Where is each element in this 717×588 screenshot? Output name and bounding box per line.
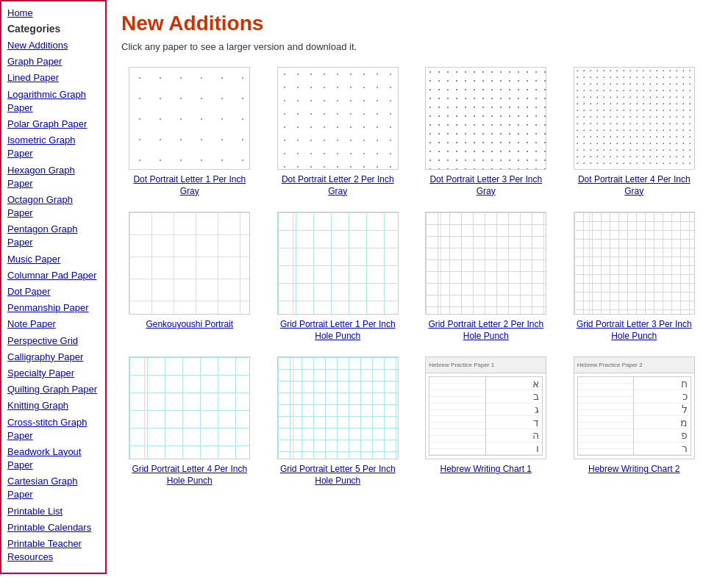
- sidebar-nav: New AdditionsGraph PaperLined PaperLogar…: [7, 39, 99, 564]
- paper-item-grid-1-per-inch-hole-punch: Grid Portrait Letter 1 Per Inch Hole Pun…: [270, 212, 407, 342]
- paper-item-grid-3-per-inch-hole-punch: Grid Portrait Letter 3 Per Inch Hole Pun…: [566, 212, 703, 342]
- paper-label-dot-1-per-inch-gray[interactable]: Dot Portrait Letter 1 Per Inch Gray: [129, 174, 250, 197]
- paper-item-genkouyoushi-portrait: Genkouyoushi Portrait: [121, 212, 258, 342]
- paper-label-grid-3-per-inch-hole-punch[interactable]: Grid Portrait Letter 3 Per Inch Hole Pun…: [574, 319, 695, 342]
- sidebar: Home Categories New AdditionsGraph Paper…: [0, 0, 107, 574]
- sidebar-item-polar-graph-paper[interactable]: Polar Graph Paper: [7, 118, 99, 131]
- sidebar-item-hexagon-graph-paper[interactable]: Hexagon Graph Paper: [7, 164, 99, 190]
- paper-thumbnail-grid-3-per-inch-hole-punch[interactable]: [574, 212, 695, 315]
- sidebar-item-cross-stitch-graph-paper[interactable]: Cross-stitch Graph Paper: [7, 416, 99, 442]
- paper-item-dot-4-per-inch-gray: Dot Portrait Letter 4 Per Inch Gray: [566, 67, 703, 197]
- sidebar-item-music-paper[interactable]: Music Paper: [7, 253, 99, 266]
- paper-label-grid-5-per-inch-hole-punch[interactable]: Grid Portrait Letter 5 Per Inch Hole Pun…: [277, 464, 399, 487]
- sidebar-item-pentagon-graph-paper[interactable]: Pentagon Graph Paper: [7, 223, 99, 249]
- paper-item-hebrew-writing-chart-1: Hebrew Practice Paper 1אבגדהוHebrew Writ…: [418, 356, 554, 487]
- paper-thumbnail-dot-3-per-inch-gray[interactable]: [425, 67, 546, 170]
- paper-label-grid-4-per-inch-hole-punch[interactable]: Grid Portrait Letter 4 Per Inch Hole Pun…: [129, 464, 250, 487]
- paper-thumbnail-dot-2-per-inch-gray[interactable]: [277, 67, 399, 170]
- sidebar-item-quilting-graph-paper[interactable]: Quilting Graph Paper: [7, 383, 99, 396]
- sidebar-item-lined-paper[interactable]: Lined Paper: [7, 71, 99, 85]
- sidebar-item-printable-teacher-resources[interactable]: Printable Teacher Resources: [7, 537, 99, 564]
- paper-thumbnail-dot-1-per-inch-gray[interactable]: [129, 67, 250, 170]
- paper-item-hebrew-writing-chart-2: Hebrew Practice Paper 2חכלמפרHebrew Writ…: [566, 356, 703, 487]
- paper-thumbnail-genkouyoushi-portrait[interactable]: [129, 212, 250, 315]
- sidebar-item-note-paper[interactable]: Note Paper: [7, 318, 99, 331]
- sidebar-item-octagon-graph-paper[interactable]: Octagon Graph Paper: [7, 193, 99, 220]
- sidebar-item-dot-paper[interactable]: Dot Paper: [7, 285, 99, 298]
- page-subtitle: Click any paper to see a larger version …: [121, 41, 702, 52]
- sidebar-item-graph-paper[interactable]: Graph Paper: [7, 55, 99, 68]
- paper-thumbnail-grid-4-per-inch-hole-punch[interactable]: [129, 356, 250, 459]
- sidebar-categories-label: Categories: [7, 23, 99, 35]
- paper-grid: Dot Portrait Letter 1 Per Inch GrayDot P…: [121, 67, 702, 487]
- sidebar-item-isometric-graph-paper[interactable]: Isometric Graph Paper: [7, 134, 99, 160]
- paper-label-grid-1-per-inch-hole-punch[interactable]: Grid Portrait Letter 1 Per Inch Hole Pun…: [277, 319, 399, 342]
- paper-label-hebrew-writing-chart-1[interactable]: Hebrew Writing Chart 1: [440, 464, 532, 476]
- sidebar-item-knitting-graph[interactable]: Knitting Graph: [7, 399, 99, 412]
- paper-item-dot-2-per-inch-gray: Dot Portrait Letter 2 Per Inch Gray: [270, 67, 407, 197]
- sidebar-item-logarithmic-graph-paper[interactable]: Logarithmic Graph Paper: [7, 88, 99, 115]
- sidebar-home-link[interactable]: Home: [7, 7, 99, 18]
- paper-item-dot-1-per-inch-gray: Dot Portrait Letter 1 Per Inch Gray: [121, 67, 258, 197]
- paper-thumbnail-grid-5-per-inch-hole-punch[interactable]: [277, 356, 399, 459]
- paper-item-grid-4-per-inch-hole-punch: Grid Portrait Letter 4 Per Inch Hole Pun…: [121, 356, 258, 487]
- sidebar-item-new-additions[interactable]: New Additions: [7, 39, 99, 52]
- paper-label-dot-4-per-inch-gray[interactable]: Dot Portrait Letter 4 Per Inch Gray: [574, 174, 695, 197]
- paper-thumbnail-dot-4-per-inch-gray[interactable]: [574, 67, 695, 170]
- sidebar-item-specialty-paper[interactable]: Specialty Paper: [7, 367, 99, 380]
- page-title: New Additions: [121, 12, 702, 35]
- sidebar-item-penmanship-paper[interactable]: Penmanship Paper: [7, 301, 99, 315]
- paper-label-dot-3-per-inch-gray[interactable]: Dot Portrait Letter 3 Per Inch Gray: [425, 174, 546, 197]
- sidebar-item-cartesian-graph-paper[interactable]: Cartesian Graph Paper: [7, 475, 99, 501]
- paper-label-dot-2-per-inch-gray[interactable]: Dot Portrait Letter 2 Per Inch Gray: [277, 174, 399, 197]
- paper-thumbnail-grid-2-per-inch-hole-punch[interactable]: [425, 212, 546, 315]
- sidebar-item-columnar-pad-paper[interactable]: Columnar Pad Paper: [7, 269, 99, 282]
- paper-label-hebrew-writing-chart-2[interactable]: Hebrew Writing Chart 2: [588, 464, 680, 476]
- paper-item-grid-2-per-inch-hole-punch: Grid Portrait Letter 2 Per Inch Hole Pun…: [418, 212, 554, 342]
- paper-label-genkouyoushi-portrait[interactable]: Genkouyoushi Portrait: [146, 319, 233, 331]
- sidebar-item-beadwork-layout-paper[interactable]: Beadwork Layout Paper: [7, 445, 99, 472]
- sidebar-item-printable-calendars[interactable]: Printable Calendars: [7, 521, 99, 534]
- paper-item-grid-5-per-inch-hole-punch: Grid Portrait Letter 5 Per Inch Hole Pun…: [270, 356, 407, 487]
- sidebar-item-perspective-grid[interactable]: Perspective Grid: [7, 334, 99, 348]
- sidebar-item-calligraphy-paper[interactable]: Calligraphy Paper: [7, 351, 99, 364]
- main-content: New Additions Click any paper to see a l…: [107, 0, 717, 588]
- paper-label-grid-2-per-inch-hole-punch[interactable]: Grid Portrait Letter 2 Per Inch Hole Pun…: [425, 319, 546, 342]
- paper-item-dot-3-per-inch-gray: Dot Portrait Letter 3 Per Inch Gray: [418, 67, 554, 197]
- paper-thumbnail-grid-1-per-inch-hole-punch[interactable]: [277, 212, 399, 315]
- sidebar-item-printable-list[interactable]: Printable List: [7, 505, 99, 518]
- paper-thumbnail-hebrew-writing-chart-1[interactable]: Hebrew Practice Paper 1אבגדהו: [425, 356, 546, 459]
- paper-thumbnail-hebrew-writing-chart-2[interactable]: Hebrew Practice Paper 2חכלמפר: [574, 356, 695, 459]
